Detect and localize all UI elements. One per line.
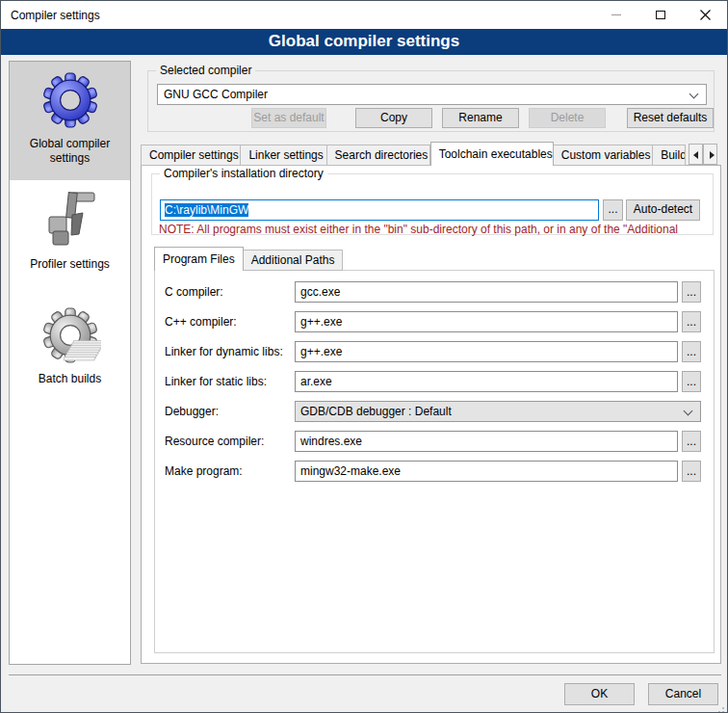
browse-button[interactable]: ... xyxy=(682,371,701,392)
field-label: Linker for static libs: xyxy=(165,371,267,392)
settings-category-list: Global compiler settings Profiler settin… xyxy=(9,61,131,665)
field-label: Make program: xyxy=(165,461,243,482)
tab-scroll-right-button[interactable] xyxy=(703,144,717,165)
program-files-page: C compiler:gcc.exe...C++ compiler:g++.ex… xyxy=(154,270,715,653)
rename-button[interactable]: Rename xyxy=(442,108,519,128)
blue-gear-icon xyxy=(39,69,101,131)
tab-label: Program Files xyxy=(163,252,235,266)
field-label: C compiler: xyxy=(165,281,223,303)
button-label: Rename xyxy=(458,111,502,124)
field-value: g++.exe xyxy=(300,315,342,329)
field-row-debugger: Debugger:GDB/CDB debugger : Default xyxy=(155,401,714,422)
installation-directory-legend: Compiler's installation directory xyxy=(160,167,327,180)
browse-button[interactable]: ... xyxy=(682,461,701,482)
caliper-icon xyxy=(39,190,101,251)
caption-buttons xyxy=(594,1,727,29)
maximize-icon xyxy=(656,11,665,19)
set-as-default-button: Set as default xyxy=(251,108,326,128)
browse-button[interactable]: ... xyxy=(682,341,701,362)
maximize-button[interactable] xyxy=(638,1,683,29)
field-row-linker-for-static-libs: Linker for static libs:ar.exe... xyxy=(155,371,714,392)
dialog-header: Global compiler settings xyxy=(1,29,727,55)
ok-button[interactable]: OK xyxy=(564,683,635,705)
resize-grip-icon[interactable] xyxy=(722,707,724,709)
button-label: Delete xyxy=(551,111,585,124)
field-row-linker-for-dynamic-libs: Linker for dynamic libs:g++.exe... xyxy=(155,341,714,362)
sidebar-item-batch-builds[interactable]: Batch builds xyxy=(10,297,130,386)
tab-label: Build xyxy=(661,148,686,162)
ellipsis-icon: ... xyxy=(687,435,696,448)
tab-custom-variables[interactable]: Custom variables xyxy=(554,145,653,166)
tab-label: Linker settings xyxy=(248,148,323,162)
c-compiler-input[interactable]: g++.exe xyxy=(295,311,678,332)
installation-directory-input[interactable]: C:\raylib\MinGW xyxy=(160,199,599,221)
arrow-left-icon xyxy=(693,151,698,159)
close-icon xyxy=(700,10,711,20)
ellipsis-icon: ... xyxy=(687,315,696,329)
selected-compiler-dropdown[interactable]: GNU GCC Compiler xyxy=(157,84,707,105)
delete-button: Delete xyxy=(529,108,606,128)
directory-browse-button[interactable]: ... xyxy=(603,199,623,221)
ellipsis-icon: ... xyxy=(687,345,696,358)
debugger-dropdown[interactable]: GDB/CDB debugger : Default xyxy=(295,401,701,422)
sidebar-item-label: Profiler settings xyxy=(10,257,130,272)
chevron-down-icon xyxy=(684,407,693,416)
tab-scroll-left-button[interactable] xyxy=(689,144,703,165)
tab-toolchain-executables[interactable]: Toolchain executables xyxy=(430,142,554,166)
field-row-make-program: Make program:mingw32-make.exe... xyxy=(155,461,714,482)
linker-for-static-libs-input[interactable]: ar.exe xyxy=(295,371,678,392)
tab-label: Compiler settings xyxy=(149,148,239,162)
resource-compiler-input[interactable]: windres.exe xyxy=(295,431,678,452)
ellipsis-icon: ... xyxy=(608,202,617,216)
cancel-button[interactable]: Cancel xyxy=(648,683,718,705)
field-row-resource-compiler: Resource compiler:windres.exe... xyxy=(155,431,714,452)
sidebar-item-label: Global compiler settings xyxy=(10,137,130,166)
field-label: Resource compiler: xyxy=(165,431,264,452)
field-value: windres.exe xyxy=(300,435,362,448)
tab-label: Search directories xyxy=(335,148,429,162)
sidebar-item-profiler-settings[interactable]: Profiler settings xyxy=(10,182,130,272)
browse-button[interactable]: ... xyxy=(682,311,701,332)
tab-program-files[interactable]: Program Files xyxy=(154,247,244,271)
auto-detect-label: Auto-detect xyxy=(634,202,692,216)
tab-linker-settings[interactable]: Linker settings xyxy=(241,145,326,166)
c-compiler-input[interactable]: gcc.exe xyxy=(295,281,678,303)
linker-for-dynamic-libs-input[interactable]: g++.exe xyxy=(295,341,678,362)
sidebar-item-global-compiler-settings[interactable]: Global compiler settings xyxy=(10,62,130,180)
ok-label: OK xyxy=(591,687,608,700)
field-value: gcc.exe xyxy=(300,285,340,299)
program-files-tabstrip: Program FilesAdditional Paths xyxy=(154,247,343,271)
selected-compiler-value: GNU GCC Compiler xyxy=(164,88,268,101)
field-value: g++.exe xyxy=(300,345,342,358)
field-label: C++ compiler: xyxy=(165,311,237,332)
reset-defaults-button[interactable]: Reset defaults xyxy=(627,108,714,128)
field-label: Debugger: xyxy=(165,401,219,422)
browse-button[interactable]: ... xyxy=(682,431,701,452)
tab-label: Additional Paths xyxy=(251,253,335,267)
tab-compiler-settings[interactable]: Compiler settings xyxy=(141,145,241,166)
footer-divider xyxy=(9,674,721,675)
selected-path-text: C:\raylib\MinGW xyxy=(165,203,248,217)
dialog-header-title: Global compiler settings xyxy=(269,32,459,50)
settings-tabstrip: Compiler settingsLinker settingsSearch d… xyxy=(141,142,686,166)
field-label: Linker for dynamic libs: xyxy=(165,341,283,362)
arrow-right-icon xyxy=(710,151,715,159)
browse-button[interactable]: ... xyxy=(682,281,701,303)
copy-button[interactable]: Copy xyxy=(355,108,432,128)
minimize-button[interactable] xyxy=(594,1,638,29)
tab-additional-paths[interactable]: Additional Paths xyxy=(244,250,344,271)
button-label: Set as default xyxy=(253,111,324,124)
auto-detect-button[interactable]: Auto-detect xyxy=(626,199,700,221)
ellipsis-icon: ... xyxy=(687,375,696,388)
ellipsis-icon: ... xyxy=(687,464,696,478)
compiler-settings-dialog: Compiler settings Global compiler settin… xyxy=(0,0,728,713)
field-row-c-compiler: C++ compiler:g++.exe... xyxy=(155,311,714,332)
chevron-down-icon xyxy=(689,90,699,99)
make-program-input[interactable]: mingw32-make.exe xyxy=(295,461,678,482)
tab-build[interactable]: Build xyxy=(653,145,686,166)
window-title: Compiler settings xyxy=(1,9,100,22)
close-button[interactable] xyxy=(683,1,727,29)
toolchain-executables-page: Compiler's installation directory C:\ray… xyxy=(141,165,721,664)
tab-search-directories[interactable]: Search directories xyxy=(327,145,430,166)
field-row-c-compiler: C compiler:gcc.exe... xyxy=(155,281,714,303)
